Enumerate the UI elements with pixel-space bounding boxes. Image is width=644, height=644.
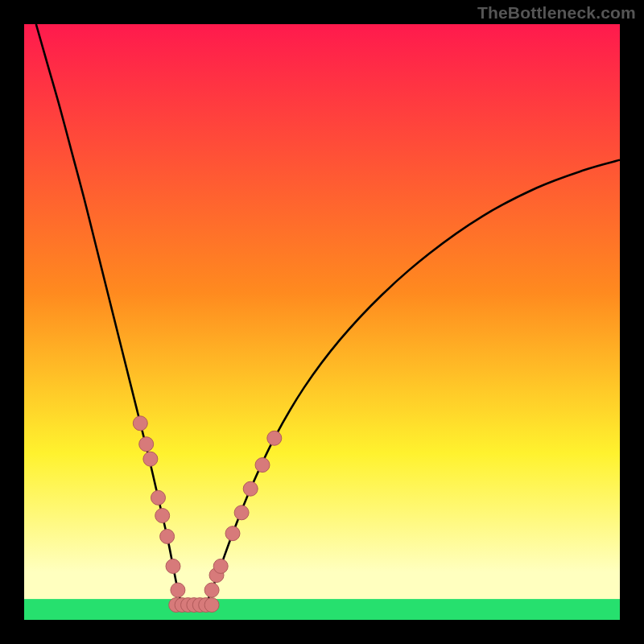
curve-layer (24, 24, 620, 620)
data-marker-dot (255, 458, 270, 473)
data-marker-dot (160, 529, 175, 543)
data-marker-dot (234, 506, 249, 520)
data-marker-dot (243, 481, 258, 496)
data-marker-dot (166, 559, 180, 573)
data-marker-dot (155, 509, 170, 523)
data-marker-dot (143, 452, 158, 466)
data-marker-dot (133, 416, 147, 431)
plot-area (24, 24, 620, 620)
data-marker-dot (225, 526, 240, 541)
marker-dots (133, 416, 281, 613)
data-marker-dot (171, 583, 185, 597)
data-marker-dot (213, 559, 228, 573)
right-curve (206, 160, 620, 605)
chart-frame: TheBottleneck.com (0, 0, 644, 644)
attribution-watermark: TheBottleneck.com (477, 3, 636, 23)
data-marker-dot (267, 431, 282, 445)
data-marker-dot (139, 437, 154, 452)
data-marker-dot (204, 598, 219, 613)
data-marker-dot (204, 583, 219, 597)
data-marker-dot (151, 490, 166, 505)
